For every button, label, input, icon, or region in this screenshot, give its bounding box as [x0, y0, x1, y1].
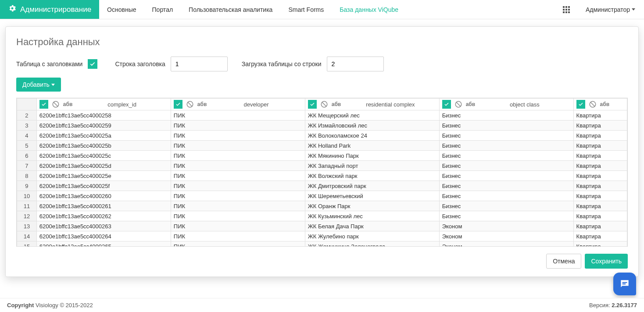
svg-rect-8	[568, 11, 570, 13]
topbar: Администрирование ОсновныеПорталПользова…	[0, 0, 644, 19]
svg-rect-6	[563, 11, 565, 13]
svg-rect-5	[568, 9, 570, 11]
svg-rect-2	[568, 6, 570, 8]
main-nav: ОсновныеПорталПользовательская аналитика…	[99, 0, 406, 19]
svg-rect-3	[563, 9, 565, 11]
gears-icon	[8, 4, 17, 15]
nav-item[interactable]: Пользовательская аналитика	[181, 0, 280, 19]
svg-rect-0	[563, 6, 565, 8]
nav-item[interactable]: База данных ViQube	[332, 0, 406, 19]
apps-grid-icon[interactable]	[556, 0, 577, 19]
user-menu[interactable]: Администратор	[577, 0, 644, 19]
svg-rect-4	[565, 9, 567, 11]
nav-item[interactable]: Портал	[144, 0, 181, 19]
chevron-down-icon	[632, 8, 635, 11]
nav-item[interactable]: Основные	[99, 0, 144, 19]
brand-title: Администрирование	[20, 5, 91, 14]
svg-rect-7	[565, 11, 567, 13]
user-label: Администратор	[586, 6, 630, 13]
brand[interactable]: Администрирование	[0, 0, 99, 19]
svg-rect-1	[565, 6, 567, 8]
nav-item[interactable]: Smart Forms	[280, 0, 332, 19]
